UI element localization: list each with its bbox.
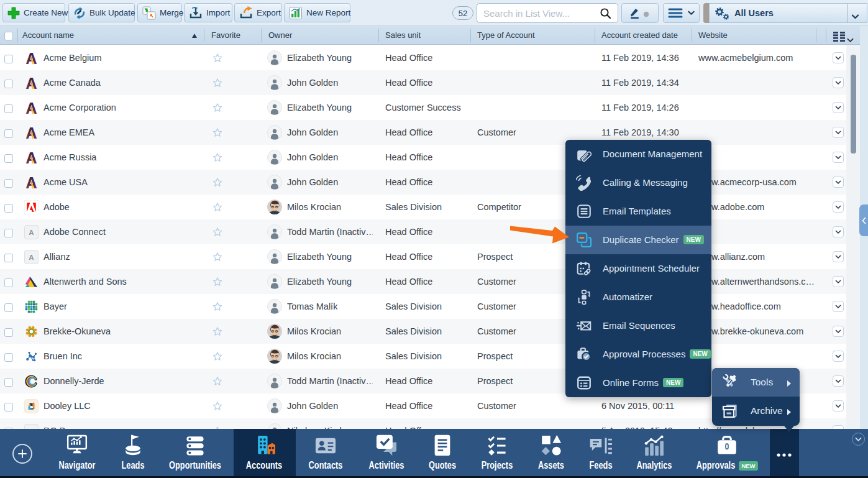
- svg-text:A: A: [29, 254, 34, 261]
- svg-text:A: A: [29, 229, 34, 236]
